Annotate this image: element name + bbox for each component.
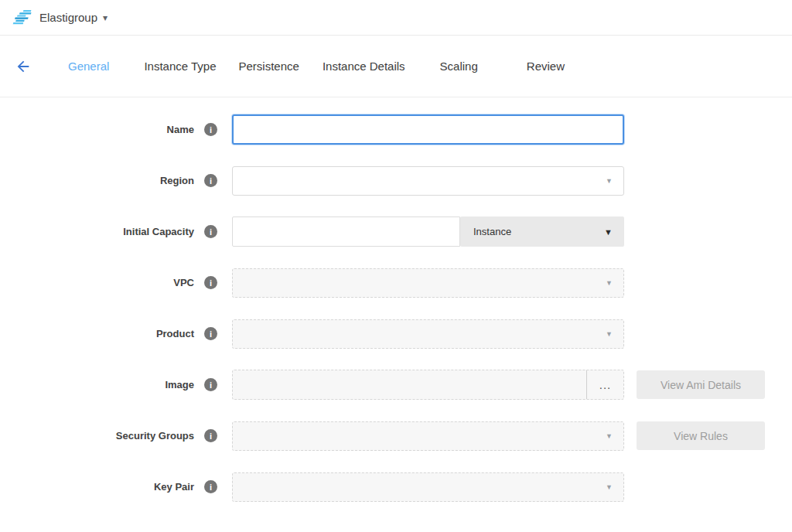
region-caret-icon: ▼ — [606, 177, 613, 184]
key-pair-info-icon[interactable]: i — [204, 480, 217, 493]
vpc-caret-icon: ▼ — [606, 279, 613, 286]
name-label: Name — [167, 124, 194, 135]
tab-instance-type[interactable]: Instance Type — [144, 60, 216, 73]
tab-scaling[interactable]: Scaling — [440, 60, 478, 73]
security-groups-info-icon[interactable]: i — [204, 429, 217, 442]
general-form: Name i Region i ▼ Initial Capacity i Ins… — [0, 97, 792, 502]
vpc-info-icon[interactable]: i — [204, 276, 217, 289]
product-caret-icon: ▼ — [606, 330, 613, 337]
tab-instance-details[interactable]: Instance Details — [323, 60, 405, 73]
key-pair-label: Key Pair — [154, 481, 194, 493]
back-button[interactable] — [14, 57, 32, 76]
vpc-label: VPC — [173, 277, 194, 288]
form-row-initial-capacity: Initial Capacity i Instance ▼ — [0, 217, 792, 247]
initial-capacity-label: Initial Capacity — [123, 226, 194, 237]
security-groups-select: ▼ — [232, 421, 624, 451]
app-switcher-caret-icon: ▾ — [103, 13, 108, 22]
security-groups-caret-icon: ▼ — [606, 432, 613, 439]
region-select[interactable]: ▼ — [232, 166, 624, 196]
security-groups-label: Security Groups — [116, 430, 194, 442]
view-rules-button: View Rules — [637, 421, 765, 450]
wizard-tab-bar: General Instance Type Persistence Instan… — [0, 36, 792, 97]
view-ami-details-button: View Ami Details — [637, 370, 765, 399]
initial-capacity-input[interactable] — [232, 217, 460, 247]
image-browse-button: ... — [586, 370, 623, 399]
product-select: ▼ — [232, 319, 624, 349]
wizard-tabs: General Instance Type Persistence Instan… — [68, 60, 565, 73]
image-label: Image — [165, 379, 194, 390]
back-arrow-icon — [15, 58, 32, 75]
form-row-key-pair: Key Pair i ▼ — [0, 472, 792, 502]
product-info-icon[interactable]: i — [204, 327, 217, 340]
form-row-region: Region i ▼ — [0, 165, 792, 196]
name-info-icon[interactable]: i — [204, 123, 217, 136]
elastigroup-logo-icon — [11, 9, 32, 27]
app-switcher[interactable]: Elastigroup ▾ — [11, 9, 108, 27]
tab-review[interactable]: Review — [527, 60, 565, 73]
top-bar: Elastigroup ▾ — [0, 0, 792, 36]
tab-persistence[interactable]: Persistence — [239, 60, 299, 73]
product-label: Product — [156, 328, 194, 339]
form-row-image: Image i ... View Ami Details — [0, 370, 792, 400]
capacity-unit-value: Instance — [473, 226, 511, 237]
form-row-vpc: VPC i ▼ — [0, 268, 792, 298]
form-row-name: Name i — [0, 114, 792, 145]
form-row-security-groups: Security Groups i ▼ View Rules — [0, 421, 792, 451]
capacity-unit-caret-icon: ▼ — [604, 227, 613, 236]
name-input[interactable] — [232, 114, 624, 145]
capacity-unit-select[interactable]: Instance ▼ — [460, 217, 624, 247]
key-pair-caret-icon: ▼ — [606, 483, 613, 490]
image-input-value — [233, 370, 586, 399]
image-info-icon[interactable]: i — [204, 378, 217, 391]
vpc-select: ▼ — [232, 268, 624, 298]
key-pair-select: ▼ — [232, 472, 624, 502]
image-input: ... — [232, 370, 624, 400]
region-info-icon[interactable]: i — [204, 174, 217, 187]
tab-general[interactable]: General — [68, 60, 109, 73]
region-label: Region — [160, 175, 194, 186]
initial-capacity-info-icon[interactable]: i — [204, 225, 217, 238]
form-row-product: Product i ▼ — [0, 319, 792, 349]
app-name: Elastigroup — [39, 11, 97, 24]
